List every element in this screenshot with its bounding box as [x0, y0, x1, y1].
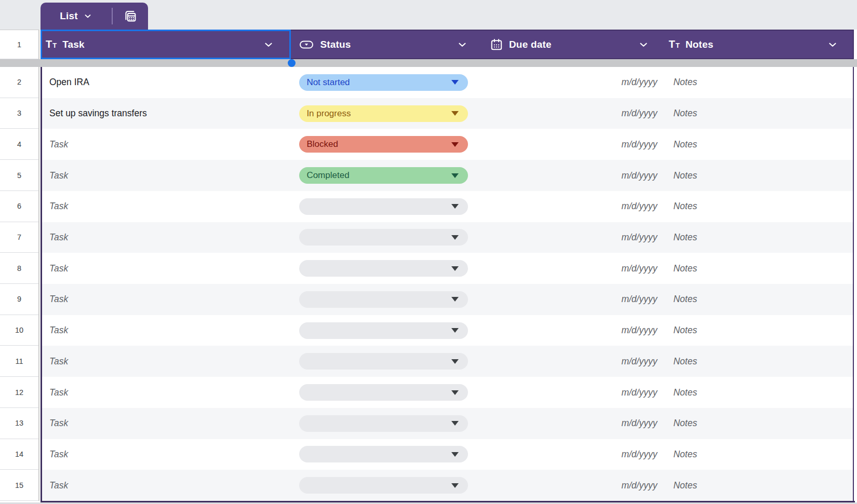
due-date-cell[interactable]: m/d/yyyy — [483, 253, 664, 284]
chevron-down-icon[interactable] — [638, 39, 649, 50]
row-header-13[interactable]: 13 — [0, 408, 38, 439]
due-date-cell[interactable]: m/d/yyyy — [483, 470, 664, 501]
notes-cell[interactable]: Notes — [664, 284, 853, 315]
task-cell[interactable]: Task — [42, 253, 289, 284]
notes-cell[interactable]: Notes — [664, 67, 853, 98]
notes-cell[interactable]: Notes — [664, 408, 853, 439]
status-dropdown-chip[interactable] — [299, 353, 468, 370]
task-cell[interactable]: Task — [42, 346, 289, 377]
status-cell[interactable] — [289, 377, 483, 408]
task-cell[interactable]: Task — [42, 408, 289, 439]
notes-cell[interactable]: Notes — [664, 160, 853, 191]
due-date-cell[interactable]: m/d/yyyy — [483, 408, 664, 439]
row-header-1[interactable]: 1 — [0, 30, 38, 59]
row-header-8[interactable]: 8 — [0, 253, 38, 284]
chevron-down-icon[interactable] — [827, 39, 838, 50]
row-header-2[interactable]: 2 — [0, 67, 38, 98]
due-date-cell[interactable]: m/d/yyyy — [483, 315, 664, 346]
status-cell[interactable]: In progress — [289, 98, 483, 129]
status-dropdown-chip[interactable] — [299, 198, 468, 215]
column-header-task[interactable]: TT Task — [41, 31, 289, 58]
status-dropdown-chip[interactable] — [299, 322, 468, 339]
notes-cell[interactable]: Notes — [664, 222, 853, 253]
column-header-notes[interactable]: TT Notes — [664, 31, 853, 58]
row-header-9[interactable]: 9 — [0, 284, 38, 315]
row-header-12[interactable]: 12 — [0, 377, 38, 408]
task-cell[interactable]: Task — [42, 191, 289, 222]
status-dropdown-chip[interactable] — [299, 446, 468, 462]
status-dropdown-chip[interactable] — [299, 229, 468, 246]
status-cell[interactable] — [289, 284, 483, 315]
row-header-6[interactable]: 6 — [0, 191, 38, 222]
status-cell[interactable] — [289, 253, 483, 284]
due-date-cell[interactable]: m/d/yyyy — [483, 439, 664, 470]
status-cell[interactable] — [289, 470, 483, 501]
row-header-14[interactable]: 14 — [0, 439, 38, 470]
chevron-down-icon[interactable] — [457, 39, 468, 50]
status-cell[interactable] — [289, 191, 483, 222]
notes-cell[interactable]: Notes — [664, 253, 853, 284]
task-cell[interactable]: Task — [42, 222, 289, 253]
notes-cell[interactable]: Notes — [664, 346, 853, 377]
task-cell[interactable]: Task — [42, 315, 289, 346]
notes-cell[interactable]: Notes — [664, 315, 853, 346]
notes-cell[interactable]: Notes — [664, 470, 853, 501]
status-dropdown-chip[interactable]: Completed — [299, 167, 468, 184]
status-cell[interactable] — [289, 408, 483, 439]
status-dropdown-chip[interactable] — [299, 415, 468, 432]
task-cell[interactable]: Task — [42, 284, 289, 315]
due-date-cell[interactable]: m/d/yyyy — [483, 346, 664, 377]
status-dropdown-chip[interactable]: Blocked — [299, 136, 468, 153]
chevron-down-icon[interactable] — [263, 39, 274, 50]
task-cell[interactable]: Task — [42, 129, 289, 160]
row-header-10[interactable]: 10 — [0, 315, 38, 346]
status-dropdown-chip[interactable] — [299, 477, 468, 494]
view-tab-list[interactable]: List — [41, 3, 112, 30]
row-header-3[interactable]: 3 — [0, 98, 38, 129]
selection-fill-handle[interactable] — [288, 59, 296, 67]
status-cell[interactable] — [289, 439, 483, 470]
row-header-4[interactable]: 4 — [0, 129, 38, 160]
dropdown-arrow-icon — [451, 328, 459, 333]
task-cell[interactable]: Open IRA — [42, 67, 289, 98]
task-cell[interactable]: Task — [42, 377, 289, 408]
due-date-cell[interactable]: m/d/yyyy — [483, 98, 664, 129]
status-dropdown-chip[interactable]: In progress — [299, 105, 468, 122]
table-row: Task m/d/yyyy Notes — [42, 377, 853, 408]
column-header-status[interactable]: Status — [289, 31, 483, 58]
status-dropdown-chip[interactable] — [299, 291, 468, 308]
status-dropdown-chip[interactable] — [299, 260, 468, 277]
status-cell[interactable]: Blocked — [289, 129, 483, 160]
view-tab-grid-toggle[interactable] — [113, 3, 148, 30]
status-dropdown-chip[interactable] — [299, 384, 468, 401]
due-date-cell[interactable]: m/d/yyyy — [483, 284, 664, 315]
row-header-11[interactable]: 11 — [0, 346, 38, 377]
dropdown-arrow-icon — [451, 266, 459, 271]
notes-cell[interactable]: Notes — [664, 129, 853, 160]
due-date-cell[interactable]: m/d/yyyy — [483, 160, 664, 191]
due-date-cell[interactable]: m/d/yyyy — [483, 129, 664, 160]
due-date-cell[interactable]: m/d/yyyy — [483, 191, 664, 222]
status-cell[interactable]: Completed — [289, 160, 483, 191]
row-header-7[interactable]: 7 — [0, 222, 38, 253]
column-header-due-date[interactable]: Due date — [483, 31, 664, 58]
status-cell[interactable] — [289, 222, 483, 253]
notes-cell[interactable]: Notes — [664, 98, 853, 129]
notes-cell[interactable]: Notes — [664, 191, 853, 222]
task-cell[interactable]: Task — [42, 470, 289, 501]
row-header-5[interactable]: 5 — [0, 160, 38, 191]
task-cell[interactable]: Task — [42, 439, 289, 470]
due-date-cell[interactable]: m/d/yyyy — [483, 67, 664, 98]
status-cell[interactable]: Not started — [289, 67, 483, 98]
task-cell[interactable]: Task — [42, 160, 289, 191]
due-date-cell[interactable]: m/d/yyyy — [483, 377, 664, 408]
status-cell[interactable] — [289, 315, 483, 346]
status-cell[interactable] — [289, 346, 483, 377]
task-cell[interactable]: Set up savings transfers — [42, 98, 289, 129]
dropdown-arrow-icon — [451, 111, 459, 116]
row-header-15[interactable]: 15 — [0, 470, 38, 501]
due-date-cell[interactable]: m/d/yyyy — [483, 222, 664, 253]
notes-cell[interactable]: Notes — [664, 377, 853, 408]
status-dropdown-chip[interactable]: Not started — [299, 74, 468, 91]
notes-cell[interactable]: Notes — [664, 439, 853, 470]
